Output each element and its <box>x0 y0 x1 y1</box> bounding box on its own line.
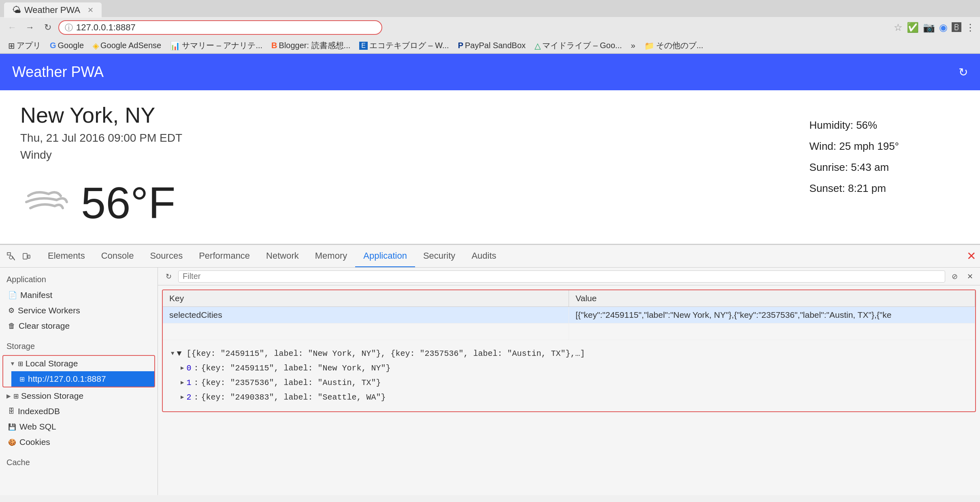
address-bar[interactable]: ⓘ 127.0.0.1:8887 <box>58 20 382 35</box>
sunset-val: 8:21 pm <box>848 182 886 194</box>
maps-icon[interactable]: ◉ <box>939 22 948 33</box>
filter-clear-button[interactable]: ⊘ <box>948 270 961 283</box>
sidebar-item-clear-storage[interactable]: 🗑 Clear storage <box>0 318 158 334</box>
sidebar-item-manifest[interactable]: 📄 Manifest <box>0 287 158 303</box>
tab-security[interactable]: Security <box>415 245 463 267</box>
tab-performance[interactable]: Performance <box>191 245 258 267</box>
json-items: ▶ 0 : {key: "2459115", label: "New York,… <box>171 361 967 405</box>
tab-console[interactable]: Console <box>93 245 142 267</box>
bookmark-others[interactable]: 📁 その他のブ... <box>641 39 707 52</box>
drive-icon: △ <box>535 41 541 51</box>
forward-button[interactable]: → <box>23 20 37 35</box>
bookmark-blogger[interactable]: B Blogger: 読書感想... <box>268 39 354 52</box>
sidebar-session-storage-label: Session Storage <box>21 391 83 401</box>
bookmark-more[interactable]: » <box>628 40 639 51</box>
device-toolbar-button[interactable] <box>19 249 33 263</box>
local-storage-sub: ⊞ http://127.0.0.1:8887 <box>3 371 154 387</box>
bookmark-icon[interactable]: ☆ <box>894 22 903 33</box>
back-button[interactable]: ← <box>5 20 19 35</box>
more-icon[interactable]: ⋮ <box>965 22 975 33</box>
json-item-0-sep: : <box>194 361 198 376</box>
table-row-empty <box>163 323 975 340</box>
paypal-icon: P <box>458 41 463 50</box>
table-wrapper: Key Value selectedCities [{"key":"245911… <box>163 290 975 340</box>
weather-temperature: 56°F <box>81 177 176 228</box>
refresh-storage-button[interactable]: ↻ <box>162 270 175 283</box>
app-refresh-button[interactable]: ↻ <box>959 66 968 79</box>
sidebar-item-clear-storage-label: Clear storage <box>19 321 70 331</box>
sunrise-label: Sunrise: <box>810 161 848 173</box>
browser-chrome: 🌤 Weather PWA ✕ ← → ↻ ⓘ 127.0.0.1:8887 ☆… <box>0 0 980 54</box>
json-item-2-index: 2 <box>186 390 191 405</box>
filter-input[interactable] <box>178 270 945 283</box>
url-display: 127.0.0.1:8887 <box>76 22 136 33</box>
session-expand-icon: ▶ <box>6 393 11 399</box>
bookmark-blogger-label: Blogger: 読書感想... <box>279 40 351 51</box>
bookmark-eco[interactable]: E エコテキブログ – W... <box>356 39 452 52</box>
tab-console-label: Console <box>101 251 134 261</box>
extensions-icon[interactable]: ✅ <box>907 22 919 33</box>
active-tab[interactable]: 🌤 Weather PWA ✕ <box>4 2 102 18</box>
tab-network[interactable]: Network <box>258 245 307 267</box>
tab-audits[interactable]: Audits <box>463 245 504 267</box>
sidebar-cookies[interactable]: 🍪 Cookies <box>0 434 158 450</box>
inspect-element-button[interactable] <box>4 249 18 263</box>
bookmark-drive[interactable]: △ マイドライブ – Goo... <box>531 39 625 52</box>
devtools-close-button[interactable]: ✕ <box>967 249 976 263</box>
tab-elements[interactable]: Elements <box>40 245 93 267</box>
sidebar-session-storage[interactable]: ▶ ⊞ Session Storage <box>0 388 158 404</box>
service-workers-icon: ⚙ <box>8 306 15 315</box>
bookmark-others-label: その他のブ... <box>656 40 703 51</box>
key-cell: selectedCities <box>163 307 569 323</box>
bookmark-google[interactable]: G Google <box>47 40 87 51</box>
weather-section: New York, NY Thu, 21 Jul 2016 09:00 PM E… <box>0 90 980 244</box>
tab-sources[interactable]: Sources <box>142 245 191 267</box>
bookmark-analytics[interactable]: 📊 サマリー – アナリテ... <box>167 39 266 52</box>
weather-details: Humidity: 56% Wind: 25 mph 195° Sunrise:… <box>810 115 899 199</box>
bookmark-paypal[interactable]: P PayPal SandBox <box>455 40 529 51</box>
devtools-icons <box>4 249 33 263</box>
tab-bar: 🌤 Weather PWA ✕ <box>0 0 980 17</box>
translate-icon[interactable]: 🅱 <box>952 22 961 33</box>
svg-point-2 <box>9 256 13 259</box>
wind-val: 25 mph 195° <box>839 140 899 152</box>
svg-rect-3 <box>23 253 27 259</box>
json-item-1-expand[interactable]: ▶ <box>181 378 184 388</box>
devtools-sidebar: Application 📄 Manifest ⚙ Service Workers… <box>0 268 158 495</box>
json-item-1: ▶ 1 : {key: "2357536", label: "Austin, T… <box>181 376 967 390</box>
bookmark-adsense[interactable]: ◈ Google AdSense <box>89 40 164 51</box>
sidebar-item-service-workers[interactable]: ⚙ Service Workers <box>0 303 158 318</box>
json-item-2-sep: : <box>194 390 198 405</box>
value-cell: [{"key":"2459115","label":"New York, NY"… <box>569 307 975 323</box>
sidebar-local-storage[interactable]: ▼ ⊞ Local Storage <box>3 356 154 371</box>
json-item-0-content: {key: "2459115", label: "New York, NY"} <box>201 361 390 376</box>
value-cell-empty <box>569 323 975 340</box>
blogger-icon: B <box>271 41 277 50</box>
tab-memory[interactable]: Memory <box>307 245 355 267</box>
refresh-button[interactable]: ↻ <box>40 20 55 35</box>
sidebar-local-storage-url[interactable]: ⊞ http://127.0.0.1:8887 <box>11 371 154 387</box>
sidebar-websql[interactable]: 💾 Web SQL <box>0 419 158 434</box>
table-row[interactable]: selectedCities [{"key":"2459115","label"… <box>163 307 975 323</box>
bookmark-apps[interactable]: ⊞ アプリ <box>5 39 44 52</box>
adsense-icon: ◈ <box>93 41 99 51</box>
filter-close-button[interactable]: ✕ <box>964 270 976 283</box>
bookmark-adsense-label: Google AdSense <box>100 41 161 50</box>
tab-application[interactable]: Application <box>355 245 415 267</box>
sidebar-item-manifest-label: Manifest <box>20 290 52 300</box>
data-table-panel: Key Value selectedCities [{"key":"245911… <box>162 289 976 412</box>
sidebar-item-service-workers-label: Service Workers <box>18 306 80 315</box>
json-item-0-expand[interactable]: ▶ <box>181 363 184 373</box>
humidity-val: 56% <box>856 119 877 131</box>
screenshot-icon[interactable]: 📷 <box>923 22 935 33</box>
sidebar-indexeddb[interactable]: 🗄 IndexedDB <box>0 404 158 419</box>
sunset-label: Sunset: <box>810 182 845 194</box>
json-item-2-expand[interactable]: ▶ <box>181 392 184 402</box>
google-icon: G <box>50 41 56 50</box>
local-storage-grid-icon: ⊞ <box>18 360 23 368</box>
tab-close-icon[interactable]: ✕ <box>87 6 94 15</box>
bookmarks-bar: ⊞ アプリ G Google ◈ Google AdSense 📊 サマリー –… <box>0 38 980 53</box>
json-item-1-index: 1 <box>186 376 191 390</box>
devtools-body: Application 📄 Manifest ⚙ Service Workers… <box>0 268 980 495</box>
json-root-expand[interactable]: ▼ <box>171 349 174 359</box>
